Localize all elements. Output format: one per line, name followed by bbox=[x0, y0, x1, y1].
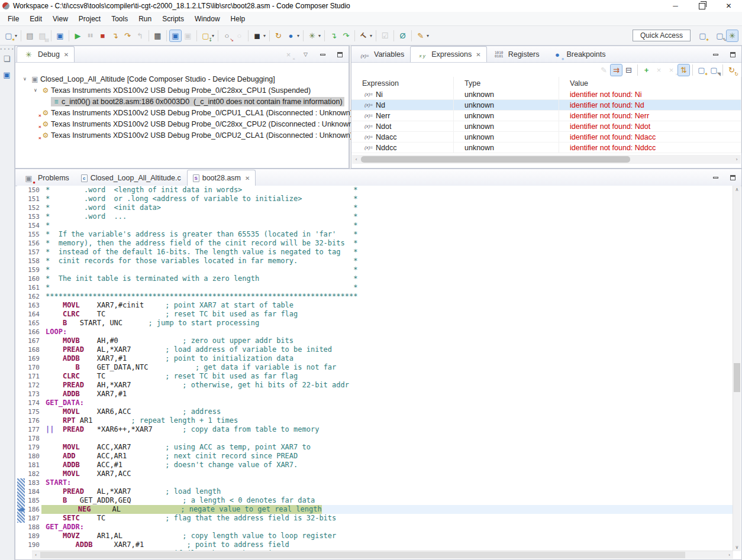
code-line[interactable]: 189 MOVZ AR1,AL ; copy length value to l… bbox=[17, 532, 733, 540]
code-line[interactable]: 168 PREAD AL,*XAR7 ; load address of var… bbox=[17, 345, 733, 354]
debug-launch-dropdown-icon[interactable]: ▾ bbox=[318, 33, 321, 38]
expressions-icon[interactable]: x y bbox=[417, 49, 428, 60]
save-all-icon[interactable]: ▤▤ bbox=[37, 30, 48, 41]
breakpoint-ruler-cell[interactable] bbox=[17, 532, 27, 540]
code-line[interactable]: 163 MOVL XAR7,#cinit ; point XAR7 at sta… bbox=[17, 301, 733, 310]
scroll-left-icon[interactable]: ‹ bbox=[352, 155, 360, 164]
code-line[interactable]: 185 B GET_ADDR,GEQ ; a length < 0 denote… bbox=[17, 496, 733, 505]
editor-vscroll-thumb[interactable] bbox=[734, 363, 740, 392]
build-icon[interactable]: T bbox=[358, 30, 369, 41]
detach-view-icon[interactable]: ▢◥ bbox=[708, 64, 720, 76]
debug-launch-icon[interactable]: ✳ bbox=[307, 30, 318, 41]
code-line[interactable]: 181 ADDB ACC,#1 ; doesn't change value o… bbox=[17, 461, 733, 470]
expression-cell[interactable]: (x)=Nd bbox=[351, 100, 454, 111]
scroll-left-icon[interactable]: ‹ bbox=[32, 551, 40, 559]
expression-cell[interactable]: (x)=Nddcc bbox=[351, 143, 454, 153]
expander-icon[interactable]: ∨ bbox=[31, 88, 40, 93]
tab-expressions[interactable]: x yExpressions✕ bbox=[410, 46, 486, 62]
breakpoint-ruler-cell[interactable] bbox=[17, 390, 27, 399]
code-line[interactable]: 186 NEG AL ; negate value to get real le… bbox=[17, 505, 733, 514]
breakpoint-ruler-cell[interactable] bbox=[17, 239, 27, 248]
new-target-config-icon[interactable]: ☑ bbox=[379, 30, 391, 41]
halt-sphere-dropdown-icon[interactable]: ▾ bbox=[297, 33, 299, 38]
remove-all-expressions-icon[interactable]: ×× bbox=[666, 64, 677, 76]
breakpoint-ruler-cell[interactable] bbox=[17, 257, 27, 266]
scroll-down-icon[interactable]: ∨ bbox=[733, 543, 741, 551]
breakpoint-ruler-cell[interactable] bbox=[17, 461, 27, 470]
breakpoint-ruler-cell[interactable] bbox=[17, 221, 27, 230]
connect-target-icon[interactable]: ▣ bbox=[170, 30, 181, 41]
code-line[interactable]: 167 MOVB AH,#0 ; zero out upper addr bit… bbox=[17, 336, 733, 345]
code-line[interactable]: 157* instead of the default 16-bits. The… bbox=[17, 248, 733, 257]
expression-cell[interactable]: (x)=Nerr bbox=[351, 111, 454, 121]
asm-step-over-icon[interactable]: ↷ bbox=[340, 30, 351, 41]
remove-all-terminated-icon[interactable]: ×× bbox=[283, 49, 294, 60]
expressions-hscrollbar[interactable]: ‹ › bbox=[352, 155, 741, 164]
console-fastview-icon[interactable]: ▣ bbox=[1, 69, 12, 80]
refresh-expressions-icon[interactable]: ↻↻ bbox=[726, 64, 737, 76]
menu-tools[interactable]: Tools bbox=[106, 13, 133, 25]
expression-row[interactable]: (x)=Ndaccunknownidentifier not found: Nd… bbox=[351, 132, 741, 143]
debug-tree-row[interactable]: ∨⚙Texas Instruments XDS100v2 USB Debug P… bbox=[15, 85, 349, 96]
close-icon[interactable]: ✕ bbox=[476, 51, 480, 58]
breakpoint-ruler-cell[interactable] bbox=[17, 452, 27, 461]
code-line[interactable]: 173 ADDB XAR7,#1 bbox=[17, 390, 733, 399]
breakpoint-ruler-cell[interactable] bbox=[17, 443, 27, 452]
menu-file[interactable]: File bbox=[2, 13, 24, 25]
breakpoint-ruler-cell[interactable] bbox=[17, 328, 27, 336]
close-window-button[interactable]: ✕ bbox=[715, 0, 742, 12]
minimize-view-icon[interactable] bbox=[710, 49, 721, 60]
code-line[interactable]: 183START: bbox=[17, 478, 733, 487]
column-header-type[interactable]: Type bbox=[454, 77, 559, 89]
breakpoint-ruler-cell[interactable] bbox=[17, 372, 27, 381]
rail-grip[interactable]: ▪ ▪ ▪ ▪ bbox=[0, 46, 14, 51]
code-line[interactable]: 155* If the variable's address is greate… bbox=[17, 230, 733, 239]
close-icon[interactable]: ✕ bbox=[64, 51, 69, 58]
breakpoint-ruler-cell[interactable] bbox=[17, 416, 27, 425]
expression-cell[interactable]: (x)=Ndot bbox=[351, 121, 454, 132]
expression-row[interactable]: (x)=Nddccunknownidentifier not found: Nd… bbox=[351, 143, 741, 153]
ccs-debug-perspective-icon[interactable]: ✳ bbox=[727, 30, 738, 41]
tab-problems[interactable]: ▣●Problems bbox=[17, 170, 75, 186]
suspend-icon[interactable]: ▮▮ bbox=[85, 30, 96, 41]
breakpoint-ruler-cell[interactable] bbox=[17, 345, 27, 354]
halt-sphere-icon[interactable]: ● bbox=[285, 30, 296, 41]
breakpoint-ruler-cell[interactable] bbox=[17, 381, 27, 390]
debug-tree-row[interactable]: ⚙×Texas Instruments XDS100v2 USB Debug P… bbox=[15, 107, 349, 118]
new-expressions-view-icon[interactable]: ▢✦ bbox=[696, 64, 707, 76]
expression-row[interactable]: (x)=Nerrunknownidentifier not found: Ner… bbox=[351, 111, 741, 121]
breakpoint-ruler-cell[interactable] bbox=[17, 319, 27, 328]
code-line[interactable]: 162*************************************… bbox=[17, 292, 733, 301]
code-editor[interactable]: 150* .word <length of init data in words… bbox=[17, 186, 733, 551]
annotate-dropdown-icon[interactable]: ▾ bbox=[427, 33, 429, 38]
menu-view[interactable]: View bbox=[47, 13, 73, 25]
expression-row[interactable]: (x)=Ndotunknownidentifier not found: Ndo… bbox=[351, 121, 741, 132]
debug-tree-row[interactable]: ⚙×Texas Instruments XDS100v2 USB Debug P… bbox=[15, 118, 349, 130]
breakpoint-ruler-cell[interactable] bbox=[17, 212, 27, 221]
menu-help[interactable]: Help bbox=[225, 13, 251, 25]
breakpoint-ruler-cell[interactable] bbox=[17, 230, 27, 239]
breakpoint-ruler-cell[interactable] bbox=[17, 523, 27, 532]
console-view-icon[interactable]: ▣ bbox=[54, 30, 66, 41]
expressions-hscroll-thumb[interactable] bbox=[361, 156, 630, 163]
maximize-view-icon[interactable] bbox=[727, 49, 738, 60]
breakpoint-ruler-cell[interactable] bbox=[17, 549, 27, 551]
breakpoint-ruler-cell[interactable] bbox=[17, 266, 27, 274]
code-line[interactable]: 188GET_ADDR: bbox=[17, 523, 733, 532]
code-line[interactable]: 187 SETC TC ; flag that the address fiel… bbox=[17, 514, 733, 523]
code-line[interactable]: 178 bbox=[17, 434, 733, 443]
view-memory-icon[interactable]: ▦ bbox=[152, 30, 163, 41]
save-icon[interactable]: ▤ bbox=[24, 30, 36, 41]
tab-variables[interactable]: (x)=Variables bbox=[353, 46, 410, 62]
code-line[interactable]: 182 MOVL XAR7,ACC bbox=[17, 470, 733, 478]
maximize-view-icon[interactable] bbox=[727, 172, 738, 183]
code-line[interactable]: 151* .word or .long <address of variable… bbox=[17, 195, 733, 203]
show-logical-structure-icon[interactable]: ⇉ bbox=[611, 64, 622, 76]
restart-icon[interactable]: ○↘ bbox=[221, 30, 233, 41]
code-line[interactable]: 170 B GET_DATA,NTC ; get data if variabl… bbox=[17, 363, 733, 372]
close-icon[interactable]: ✕ bbox=[245, 175, 250, 182]
breakpoint-ruler-cell[interactable] bbox=[17, 248, 27, 257]
code-line[interactable]: 152* .word <init data> * bbox=[17, 203, 733, 212]
breakpoint-ruler-cell[interactable] bbox=[17, 425, 27, 434]
menu-project[interactable]: Project bbox=[73, 13, 106, 25]
